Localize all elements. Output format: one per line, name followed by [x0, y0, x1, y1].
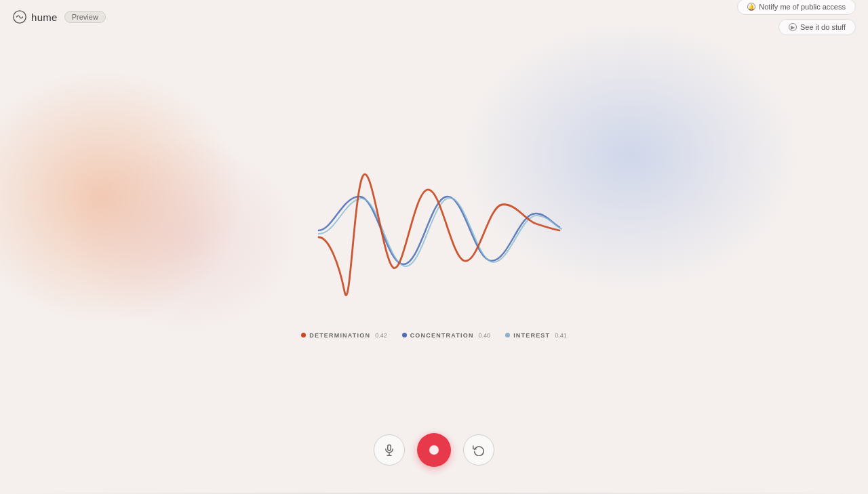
bell-icon: 🔔 — [747, 3, 755, 11]
mic-icon — [383, 444, 395, 456]
logo-text: hume — [31, 12, 58, 23]
interest-dot — [505, 333, 510, 337]
logo: hume — [12, 9, 58, 24]
legend: DETERMINATION 0.42 CONCENTRATION 0.40 IN… — [301, 332, 567, 339]
header-left: hume Preview — [12, 9, 106, 24]
record-inner-dot — [429, 445, 439, 455]
concentration-value: 0.40 — [479, 332, 491, 339]
determination-dot — [301, 333, 306, 337]
settings-button[interactable] — [463, 434, 494, 466]
see-stuff-label: See it do stuff — [800, 23, 846, 31]
determination-value: 0.42 — [375, 332, 387, 339]
svg-rect-1 — [388, 445, 391, 451]
main-area: DETERMINATION 0.42 CONCENTRATION 0.40 IN… — [0, 0, 868, 494]
concentration-label: CONCENTRATION — [410, 332, 474, 339]
interest-value: 0.41 — [555, 332, 567, 339]
concentration-dot — [402, 333, 407, 337]
legend-item-interest: INTEREST 0.41 — [505, 332, 567, 339]
notify-label: Notify me of public access — [759, 3, 846, 11]
play-icon: ▶ — [789, 23, 797, 31]
settings-icon — [473, 444, 485, 456]
preview-badge: Preview — [64, 11, 106, 23]
mic-button[interactable] — [374, 434, 405, 466]
legend-item-determination: DETERMINATION 0.42 — [301, 332, 387, 339]
wave-visualization — [305, 156, 563, 305]
header: hume Preview 🔔 Notify me of public acces… — [0, 0, 868, 34]
header-right: 🔔 Notify me of public access ▶ See it do… — [737, 0, 856, 35]
record-button[interactable] — [417, 433, 451, 467]
bottom-controls — [374, 433, 494, 467]
interest-label: INTEREST — [513, 332, 550, 339]
wave-svg — [305, 156, 563, 305]
see-stuff-button[interactable]: ▶ See it do stuff — [778, 19, 856, 35]
notify-button[interactable]: 🔔 Notify me of public access — [737, 0, 856, 15]
determination-label: DETERMINATION — [309, 332, 370, 339]
legend-item-concentration: CONCENTRATION 0.40 — [402, 332, 490, 339]
hume-logo-icon — [12, 9, 27, 24]
